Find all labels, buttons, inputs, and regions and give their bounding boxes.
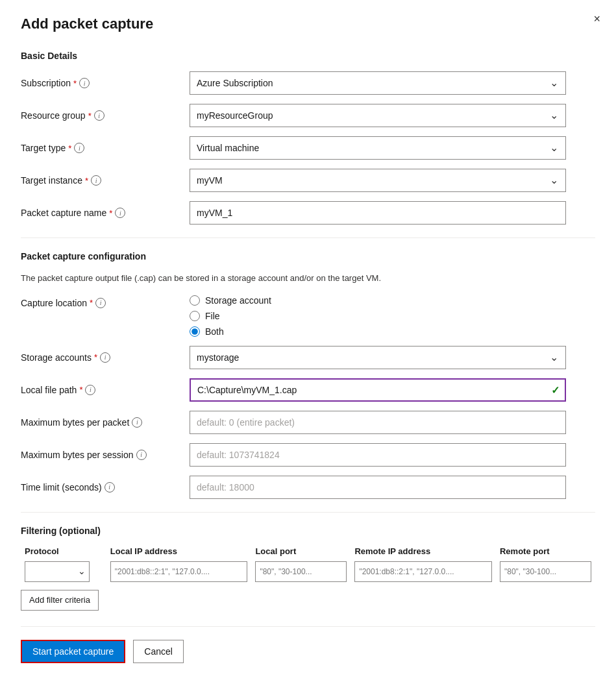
- target-type-row: Target type * i Virtual machine: [21, 136, 595, 160]
- filter-protocol-cell: TCP UDP Any: [21, 561, 106, 582]
- max-bytes-session-input[interactable]: [190, 443, 566, 467]
- storage-accounts-info-icon[interactable]: i: [100, 352, 110, 363]
- target-instance-info-icon[interactable]: i: [91, 175, 101, 186]
- basic-details-section-title: Basic Details: [21, 51, 595, 61]
- config-description: The packet capture output file (.cap) ca…: [21, 272, 595, 285]
- col-header-local-port: Local port: [251, 546, 351, 561]
- add-filter-criteria-button[interactable]: Add filter criteria: [21, 590, 99, 611]
- filter-protocol-select[interactable]: TCP UDP Any: [25, 561, 90, 582]
- subscription-row: Subscription * i Azure Subscription: [21, 71, 595, 95]
- footer: Start packet capture Cancel: [21, 626, 595, 663]
- time-limit-info-icon[interactable]: i: [105, 482, 115, 492]
- filter-remote-port-input[interactable]: [500, 561, 591, 582]
- target-type-select[interactable]: Virtual machine: [190, 136, 566, 160]
- radio-both[interactable]: Both: [190, 326, 566, 337]
- subscription-required: *: [73, 79, 77, 88]
- config-section-title: Packet capture configuration: [21, 251, 595, 261]
- radio-file[interactable]: File: [190, 311, 566, 321]
- radio-both-input[interactable]: [190, 326, 200, 337]
- col-header-local-ip: Local IP address: [106, 546, 252, 561]
- target-instance-control: myVM: [190, 169, 566, 192]
- local-file-path-input[interactable]: [190, 378, 566, 402]
- subscription-select[interactable]: Azure Subscription: [190, 71, 566, 95]
- filter-table: Protocol Local IP address Local port Rem…: [21, 546, 595, 582]
- packet-capture-name-info-icon[interactable]: i: [115, 208, 125, 218]
- target-type-info-icon[interactable]: i: [74, 143, 84, 153]
- max-bytes-session-info-icon[interactable]: i: [136, 450, 147, 460]
- subscription-control: Azure Subscription: [190, 71, 566, 95]
- max-bytes-packet-control: [190, 411, 566, 434]
- col-header-remote-ip: Remote IP address: [351, 546, 496, 561]
- capture-location-required: *: [90, 298, 93, 308]
- local-file-path-input-wrapper: ✓: [190, 378, 566, 402]
- target-type-required: *: [68, 143, 71, 153]
- filtering-section-title: Filtering (optional): [21, 526, 595, 536]
- subscription-label: Subscription * i: [21, 78, 190, 88]
- storage-accounts-select[interactable]: mystorage: [190, 346, 566, 369]
- start-packet-capture-button[interactable]: Start packet capture: [21, 640, 125, 663]
- max-bytes-packet-info-icon[interactable]: i: [132, 417, 142, 428]
- radio-storage-account[interactable]: Storage account: [190, 295, 566, 306]
- target-instance-select-wrapper: myVM: [190, 169, 566, 192]
- max-bytes-session-row: Maximum bytes per session i: [21, 443, 595, 467]
- filter-table-row: TCP UDP Any: [21, 561, 595, 582]
- max-bytes-session-control: [190, 443, 566, 467]
- radio-file-input[interactable]: [190, 311, 200, 321]
- max-bytes-packet-label: Maximum bytes per packet i: [21, 417, 190, 428]
- filter-remote-port-cell: [496, 561, 595, 582]
- close-button[interactable]: ×: [593, 13, 600, 25]
- resource-group-row: Resource group * i myResourceGroup: [21, 104, 595, 127]
- time-limit-label: Time limit (seconds) i: [21, 482, 190, 492]
- packet-capture-name-label: Packet capture name * i: [21, 208, 190, 218]
- target-type-label: Target type * i: [21, 143, 190, 153]
- divider-1: [21, 237, 595, 238]
- packet-capture-name-row: Packet capture name * i: [21, 201, 595, 225]
- subscription-select-wrapper: Azure Subscription: [190, 71, 566, 95]
- target-type-select-wrapper: Virtual machine: [190, 136, 566, 160]
- radio-storage-account-input[interactable]: [190, 295, 200, 306]
- packet-capture-name-input[interactable]: [190, 201, 566, 225]
- filter-local-port-input[interactable]: [255, 561, 347, 582]
- max-bytes-session-label: Maximum bytes per session i: [21, 450, 190, 460]
- check-icon: ✓: [551, 383, 560, 396]
- local-file-path-required: *: [79, 385, 82, 395]
- cancel-button[interactable]: Cancel: [133, 640, 184, 663]
- storage-accounts-required: *: [94, 352, 97, 362]
- target-instance-row: Target instance * i myVM: [21, 169, 595, 192]
- resource-group-select-wrapper: myResourceGroup: [190, 104, 566, 127]
- time-limit-control: [190, 476, 566, 499]
- filter-local-ip-cell: [106, 561, 252, 582]
- filtering-section: Filtering (optional) Protocol Local IP a…: [21, 526, 595, 611]
- col-header-remote-port: Remote port: [496, 546, 595, 561]
- storage-accounts-control: mystorage: [190, 346, 566, 369]
- resource-group-info-icon[interactable]: i: [94, 110, 105, 121]
- filter-local-port-cell: [251, 561, 351, 582]
- target-instance-select[interactable]: myVM: [190, 169, 566, 192]
- resource-group-control: myResourceGroup: [190, 104, 566, 127]
- resource-group-required: *: [88, 111, 92, 121]
- divider-2: [21, 512, 595, 513]
- local-file-path-control: ✓: [190, 378, 566, 402]
- dialog-title: Add packet capture: [21, 16, 595, 32]
- col-header-protocol: Protocol: [21, 546, 106, 561]
- capture-location-info-icon[interactable]: i: [95, 298, 106, 308]
- local-file-path-info-icon[interactable]: i: [85, 385, 95, 395]
- max-bytes-packet-input[interactable]: [190, 411, 566, 434]
- filter-local-ip-input[interactable]: [110, 561, 248, 582]
- capture-location-row: Capture location * i Storage account Fil…: [21, 295, 595, 337]
- resource-group-select[interactable]: myResourceGroup: [190, 104, 566, 127]
- capture-location-control: Storage account File Both: [190, 295, 566, 337]
- capture-location-radio-group: Storage account File Both: [190, 295, 566, 337]
- filter-remote-ip-input[interactable]: [354, 561, 492, 582]
- subscription-info-icon[interactable]: i: [79, 78, 90, 88]
- packet-capture-name-control: [190, 201, 566, 225]
- filter-protocol-select-wrapper: TCP UDP Any: [25, 561, 90, 582]
- storage-accounts-select-wrapper: mystorage: [190, 346, 566, 369]
- resource-group-label: Resource group * i: [21, 110, 190, 121]
- storage-accounts-label: Storage accounts * i: [21, 352, 190, 363]
- local-file-path-label: Local file path * i: [21, 385, 190, 395]
- packet-capture-name-required: *: [109, 208, 112, 218]
- time-limit-input[interactable]: [190, 476, 566, 499]
- target-type-control: Virtual machine: [190, 136, 566, 160]
- add-packet-capture-dialog: Add packet capture × Basic Details Subsc…: [0, 0, 616, 693]
